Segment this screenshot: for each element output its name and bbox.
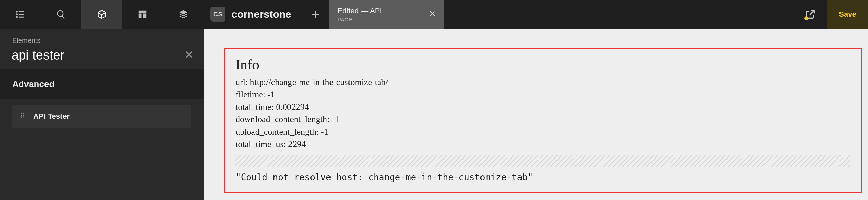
sidebar-label: Elements: [0, 29, 204, 48]
save-button[interactable]: Save: [827, 0, 868, 29]
list-icon: [15, 9, 26, 20]
search-icon: [56, 9, 66, 19]
api-result-card: Info url: http://change-me-in-the-custom…: [224, 48, 862, 193]
svg-point-4: [16, 16, 18, 18]
brand-area: CS cornerstone: [204, 0, 301, 29]
result-line: filetime: -1: [235, 88, 850, 101]
close-icon: [429, 10, 436, 17]
section-header-advanced: Advanced: [0, 69, 204, 99]
document-tab[interactable]: Edited — API PAGE: [329, 0, 444, 29]
svg-point-11: [23, 116, 24, 117]
search-row: [0, 48, 204, 69]
element-list: API Tester: [0, 99, 204, 134]
drag-handle-icon: [20, 112, 26, 121]
layout-panel-button[interactable]: [122, 0, 163, 29]
element-item-label: API Tester: [33, 112, 70, 121]
brand-name: cornerstone: [231, 9, 291, 20]
body: Elements Advanced API Tester Info: [0, 29, 868, 200]
topbar: CS cornerstone Edited — API PAGE Save: [0, 0, 868, 29]
response-body-placeholder: [235, 155, 850, 167]
brand-badge: CS: [210, 7, 225, 22]
svg-point-8: [21, 116, 22, 117]
open-external-button[interactable]: [793, 0, 827, 29]
element-item-api-tester[interactable]: API Tester: [12, 105, 191, 128]
topbar-left-icons: [0, 0, 204, 29]
svg-point-0: [16, 11, 18, 12]
elements-search-input[interactable]: [12, 48, 178, 63]
layers-icon: [178, 9, 188, 19]
topbar-spacer: [444, 0, 793, 29]
svg-rect-5: [19, 17, 24, 18]
result-title: Info: [235, 56, 850, 73]
cube-icon: [96, 9, 107, 20]
elements-panel-button[interactable]: [81, 0, 122, 29]
outline-panel-button[interactable]: [0, 0, 41, 29]
svg-point-6: [21, 113, 22, 114]
tab-close-button[interactable]: [429, 10, 436, 19]
svg-point-9: [23, 113, 24, 114]
svg-rect-3: [19, 14, 24, 15]
app-root: CS cornerstone Edited — API PAGE Save El…: [0, 0, 868, 200]
tab-title: Edited — API: [338, 6, 435, 15]
plus-icon: [310, 10, 320, 19]
layout-icon: [137, 9, 148, 19]
add-tab-button[interactable]: [301, 0, 329, 29]
layers-panel-button[interactable]: [163, 0, 204, 29]
clear-search-button[interactable]: [184, 50, 194, 61]
result-line: download_content_length: -1: [235, 113, 850, 126]
unsaved-indicator-dot: [804, 16, 808, 20]
svg-point-10: [23, 115, 24, 116]
result-line: total_time: 0.002294: [235, 101, 850, 113]
search-panel-button[interactable]: [41, 0, 81, 29]
result-line: upload_content_length: -1: [235, 126, 850, 138]
canvas[interactable]: Info url: http://change-me-in-the-custom…: [204, 29, 868, 200]
result-line: url: http://change-me-in-the-customize-t…: [235, 76, 850, 88]
sidebar: Elements Advanced API Tester: [0, 29, 204, 200]
tab-subtitle: PAGE: [338, 17, 435, 22]
result-line: total_time_us: 2294: [235, 138, 850, 150]
svg-rect-1: [19, 11, 24, 12]
svg-point-7: [21, 115, 22, 116]
svg-point-2: [16, 13, 18, 15]
close-icon: [184, 50, 194, 60]
result-error: "Could not resolve host: change-me-in-th…: [235, 172, 850, 182]
